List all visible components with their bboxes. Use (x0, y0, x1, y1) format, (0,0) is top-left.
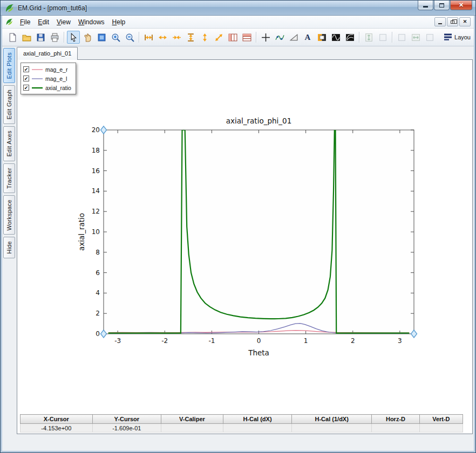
expand-x-button[interactable] (156, 31, 169, 44)
child-minimize-button[interactable] (434, 17, 446, 26)
window-title: EM.Grid - [pmom_tut6a] (18, 4, 87, 12)
cursor-col-header: Vert-D (419, 415, 463, 424)
y-axis-label: axial_ratio (77, 213, 86, 251)
app-window: EM.Grid - [pmom_tut6a] ✕ FileEditViewWin… (0, 0, 476, 453)
zoom-region-icon (97, 33, 106, 42)
cursor-col-header: X-Cursor (21, 415, 93, 424)
rows-icon (242, 33, 251, 42)
zoom-region-button[interactable] (95, 31, 108, 44)
child-restore-button[interactable] (447, 17, 458, 26)
side-tab-tracker[interactable]: Tracker (3, 163, 15, 193)
open-file-button[interactable] (20, 31, 33, 44)
waveform-button[interactable] (329, 31, 342, 44)
zoom-out-button[interactable] (123, 31, 136, 44)
y-tick-label: 4 (96, 289, 100, 297)
side-tab-edit-plots[interactable]: Edit Plots (3, 48, 15, 83)
cursor-col-header: H-Cal (dX) (223, 415, 291, 424)
axes-link-v-icon (364, 33, 373, 42)
autoscale-button[interactable] (212, 31, 225, 44)
legend-label: axial_ratio (45, 85, 71, 91)
pan-tool-button[interactable] (81, 31, 94, 44)
side-tab-label: Edit Graph (5, 86, 13, 123)
legend-item-mag_e_l[interactable]: ✔mag_e_l (23, 74, 71, 83)
menu-file[interactable]: File (16, 17, 34, 28)
compress-x-button[interactable] (170, 31, 183, 44)
layout-icon (444, 32, 452, 42)
y-tick-label: 14 (92, 187, 100, 195)
titlebar[interactable]: EM.Grid - [pmom_tut6a] ✕ (1, 1, 475, 16)
zoom-in-button[interactable] (109, 31, 122, 44)
cursor-value-cell (223, 424, 291, 433)
y-tick-label: 2 (96, 310, 100, 317)
side-tab-edit-graph[interactable]: Edit Graph (3, 85, 15, 124)
row-layout-button[interactable] (240, 31, 253, 44)
text-tool-button[interactable]: A (301, 31, 314, 44)
y-tick-label: 10 (92, 228, 100, 236)
side-tab-workspace[interactable]: Workspace (3, 195, 15, 235)
side-tab-edit-axes[interactable]: Edit Axes (3, 126, 15, 161)
expand-x-icon (158, 33, 167, 42)
toolbar-separator (64, 32, 64, 43)
print-button[interactable] (48, 31, 61, 44)
child-close-button[interactable]: ✕ (459, 17, 471, 26)
side-tab-hide[interactable]: Hide (3, 237, 15, 258)
layout-button[interactable]: Layou (441, 31, 471, 43)
cursor-readout-table: X-CursorY-CursorV-CaliperH-Cal (dX)H-Cal… (20, 414, 463, 433)
print-icon (50, 33, 59, 42)
link-axes-v-button (362, 31, 375, 44)
window-controls: ✕ (418, 1, 472, 10)
save-button[interactable] (34, 31, 47, 44)
plain-box-icon (378, 33, 387, 42)
side-tab-label: Edit Plots (5, 49, 13, 83)
menu-edit[interactable]: Edit (34, 17, 53, 28)
legend-item-axial_ratio[interactable]: ✔axial_ratio (23, 83, 71, 92)
fit-height-icon (186, 33, 195, 42)
close-button[interactable]: ✕ (450, 1, 472, 10)
cursor-value-cell: -4.153e+00 (21, 424, 93, 433)
checkbox-mag_e_l[interactable]: ✔ (23, 76, 29, 81)
cursor-value-cell (292, 424, 372, 433)
toolbar-separator (139, 32, 139, 43)
plot-area[interactable] (104, 130, 414, 334)
chart-title: axial_ratio_phi_01 (226, 116, 291, 125)
y-tick-label: 20 (92, 126, 100, 134)
fit-height-button[interactable] (184, 31, 197, 44)
crosshair-button[interactable] (259, 31, 272, 44)
pointer-tool-button[interactable] (67, 31, 80, 44)
slope-marker-button[interactable] (287, 31, 300, 44)
pointer-icon (69, 33, 78, 42)
document-tab[interactable]: axial_ratio_phi_01 (17, 47, 78, 60)
maximize-button[interactable] (434, 1, 450, 10)
colormap-button[interactable] (315, 31, 328, 44)
menu-view[interactable]: View (53, 17, 74, 28)
column-layout-button[interactable] (226, 31, 239, 44)
lock-h-left-button (395, 31, 408, 44)
curve-marker-button[interactable] (273, 31, 286, 44)
minimize-button[interactable] (418, 1, 433, 10)
waveform-alt-button[interactable] (343, 31, 356, 44)
chart-canvas[interactable]: 02468101214161820-3-2-10123axial_ratio_p… (77, 114, 427, 362)
menu-windows[interactable]: Windows (74, 17, 108, 28)
checkbox-mag_e_r[interactable]: ✔ (23, 66, 29, 72)
new-file-button[interactable] (6, 31, 19, 44)
fit-width-icon (144, 33, 153, 42)
toolbar: ALayou (2, 29, 474, 46)
menu-help[interactable]: Help (108, 17, 130, 28)
legend-item-mag_e_r[interactable]: ✔mag_e_r (23, 65, 71, 74)
crosshair-icon (261, 33, 270, 42)
x-tick-label: 2 (351, 337, 355, 345)
expand-y-button[interactable] (198, 31, 211, 44)
app-logo-icon (5, 3, 15, 13)
toolbar-separator (392, 32, 392, 43)
y-tick-label: 18 (92, 147, 100, 154)
lock-v-button (376, 31, 389, 44)
side-tab-label: Tracker (5, 164, 13, 193)
cursor-col-header: H-Cal (1/dX) (292, 415, 372, 424)
layout-button-label: Layou (454, 34, 471, 40)
fit-width-button[interactable] (142, 31, 155, 44)
columns-icon (228, 33, 237, 42)
legend-box[interactable]: ✔mag_e_r✔mag_e_l✔axial_ratio (21, 63, 76, 94)
legend-line-sample (31, 74, 43, 84)
zoom-in-icon (111, 33, 120, 42)
checkbox-axial_ratio[interactable]: ✔ (23, 85, 29, 91)
